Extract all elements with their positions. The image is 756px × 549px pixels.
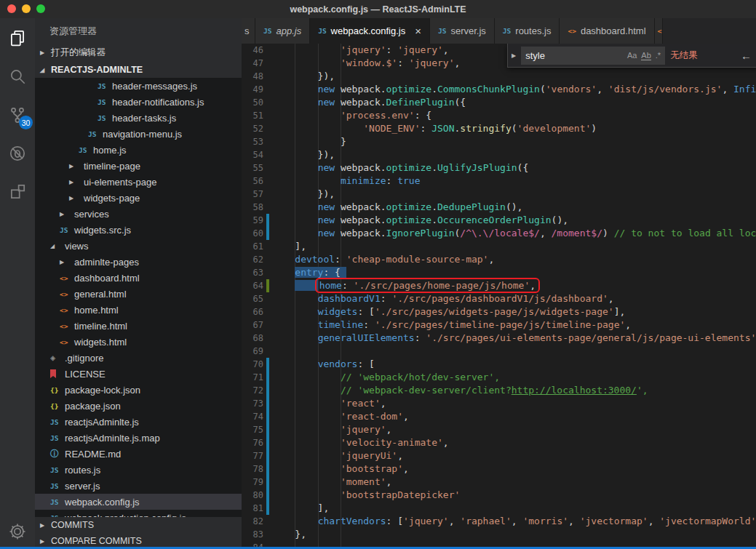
tree-item-package-lock.json[interactable]: {}package-lock.json <box>35 382 242 398</box>
code-line-58[interactable]: 58 new webpack.optimize.DedupePlugin(), <box>242 201 756 214</box>
match-case-icon[interactable]: Aa <box>627 51 637 60</box>
tab-webpack.config.js[interactable]: JSwebpack.config.js× <box>310 18 430 44</box>
tab-dashboard.html[interactable]: <>dashboard.html <box>560 18 654 44</box>
tree-item-views[interactable]: ◢views <box>35 238 242 254</box>
open-editors-section[interactable]: ▶ 打开的编辑器 <box>35 44 242 62</box>
tree-item-widgets-page[interactable]: ▶widgets-page <box>35 190 242 206</box>
code-line-65[interactable]: 65 dashboardV1: './src/pages/dashboardV1… <box>242 292 756 305</box>
tree-item-ui-elements-page[interactable]: ▶ui-elements-page <box>35 174 242 190</box>
tab-s[interactable]: s <box>242 18 255 44</box>
find-expand-chevron-icon[interactable]: ▶ <box>512 52 516 59</box>
search-icon[interactable] <box>8 67 27 86</box>
tree-item-reactjsAdminlte.js.map[interactable]: JSreactjsAdminlte.js.map <box>35 430 242 446</box>
code-line-73[interactable]: 73 'react', <box>242 397 756 410</box>
tree-item-webpack.production.config.js[interactable]: JSwebpack.production.config.js <box>35 510 242 517</box>
code-line-49[interactable]: 49 new webpack.optimize.CommonsChunkPlug… <box>242 83 756 96</box>
minimize-window-button[interactable] <box>22 4 31 13</box>
previous-match-icon[interactable]: ← <box>741 49 752 62</box>
tree-item-general.html[interactable]: <>general.html <box>35 286 242 302</box>
source-control-icon[interactable]: 30 <box>8 105 27 124</box>
code-line-70[interactable]: 70 vendors: [ <box>242 358 756 371</box>
tree-item-navigation-menu.js[interactable]: JSnavigation-menu.js <box>35 126 242 142</box>
tree-item-server.js[interactable]: JSserver.js <box>35 478 242 494</box>
code-text: } <box>272 135 346 148</box>
settings-gear-icon[interactable] <box>0 523 35 540</box>
code-line-53[interactable]: 53 } <box>242 135 756 148</box>
close-window-button[interactable] <box>7 4 16 13</box>
find-input[interactable] <box>525 50 623 61</box>
code-line-74[interactable]: 74 'react-dom', <box>242 410 756 423</box>
code-line-55[interactable]: 55 new webpack.optimize.UglifyJsPlugin({ <box>242 161 756 175</box>
code-line-82[interactable]: 82 chartVendors: ['jquery', 'raphael', '… <box>242 515 756 528</box>
line-number: 56 <box>242 175 263 188</box>
code-line-76[interactable]: 76 'velocity-animate', <box>242 436 756 449</box>
code-line-54[interactable]: 54 }), <box>242 148 756 161</box>
tree-item-timeline.html[interactable]: <>timeline.html <box>35 318 242 334</box>
code-line-59[interactable]: 59 new webpack.optimize.OccurenceOrderPl… <box>242 214 756 227</box>
code-line-52[interactable]: 52 'NODE_ENV': JSON.stringify('developme… <box>242 122 756 135</box>
code-line-56[interactable]: 56 minimize: true <box>242 175 756 188</box>
code-area[interactable]: 46 'jquery': 'jquery',47 'window.$': 'jq… <box>242 44 756 549</box>
tree-item-header-tasks.js[interactable]: JSheader-tasks.js <box>35 110 242 126</box>
code-line-75[interactable]: 75 'jquery', <box>242 423 756 436</box>
code-line-66[interactable]: 66 widgets: ['./src/pages/widgets-page/j… <box>242 305 756 318</box>
tree-item-header-messages.js[interactable]: JSheader-messages.js <box>35 78 242 94</box>
debug-icon[interactable] <box>8 144 27 163</box>
close-tab-icon[interactable]: × <box>415 25 421 36</box>
tree-item-reactjsAdminlte.js[interactable]: JSreactjsAdminlte.js <box>35 414 242 430</box>
code-line-80[interactable]: 80 'bootstrapDatepicker' <box>242 489 756 502</box>
tree-item-.gitignore[interactable]: ◈.gitignore <box>35 350 242 366</box>
tab-server.js[interactable]: JSserver.js <box>430 18 495 44</box>
tree-item-services[interactable]: ▶services <box>35 206 242 222</box>
code-line-62[interactable]: 62 devtool: 'cheap-module-source-map', <box>242 253 756 266</box>
code-line-79[interactable]: 79 'moment', <box>242 476 756 489</box>
find-widget: ▶ Aa Ab .* 无结果 ← <box>507 44 756 68</box>
code-line-78[interactable]: 78 'bootstrap', <box>242 462 756 476</box>
tree-item-timeline-page[interactable]: ▶timeline-page <box>35 158 242 174</box>
whole-word-icon[interactable]: Ab <box>641 51 650 60</box>
code-line-64[interactable]: 64 home: './src/pages/home-page/js/home'… <box>242 279 756 292</box>
tab-partial[interactable]: <> <box>655 18 663 44</box>
tree-item-label: header-messages.js <box>112 81 197 92</box>
code-text: }), <box>272 148 335 161</box>
tree-item-package.json[interactable]: {}package.json <box>35 398 242 414</box>
gutter-marker-empty <box>266 345 269 358</box>
tree-item-adminlte-pages[interactable]: ▶adminlte-pages <box>35 254 242 270</box>
traffic-lights <box>7 4 45 13</box>
tree-item-webpack.config.js[interactable]: JSwebpack.config.js <box>35 494 242 510</box>
tree-item-routes.js[interactable]: JSroutes.js <box>35 462 242 478</box>
maximize-window-button[interactable] <box>36 4 45 13</box>
commits-section[interactable]: ▶ COMMITS <box>35 517 242 533</box>
code-line-48[interactable]: 48 }), <box>242 70 756 83</box>
tree-item-LICENSE[interactable]: LICENSE <box>35 366 242 382</box>
tree-item-home.html[interactable]: <>home.html <box>35 302 242 318</box>
info-file-icon: ⓘ <box>50 448 65 460</box>
tree-item-dashboard.html[interactable]: <>dashboard.html <box>35 270 242 286</box>
code-line-61[interactable]: 61 ], <box>242 240 756 253</box>
code-line-81[interactable]: 81 ], <box>242 502 756 515</box>
code-line-83[interactable]: 83 }, <box>242 528 756 541</box>
code-line-68[interactable]: 68 generalUIElements: './src/pages/ui-el… <box>242 332 756 345</box>
regex-icon[interactable]: .* <box>656 51 661 60</box>
tree-item-label: timeline-page <box>84 161 140 172</box>
code-line-77[interactable]: 77 'jqueryUi', <box>242 449 756 462</box>
tree-item-widgets.html[interactable]: <>widgets.html <box>35 334 242 350</box>
tab-app.js[interactable]: JSapp.js <box>255 18 310 44</box>
code-line-57[interactable]: 57 }), <box>242 188 756 201</box>
code-line-72[interactable]: 72 // 'webpack-dev-server/client?http://… <box>242 384 756 397</box>
tree-item-header-notifications.js[interactable]: JSheader-notifications.js <box>35 94 242 110</box>
code-line-71[interactable]: 71 // 'webpack/hot/dev-server', <box>242 371 756 384</box>
code-line-60[interactable]: 60 new webpack.IgnorePlugin(/^\.\/locale… <box>242 227 756 240</box>
tree-item-home.js[interactable]: JShome.js <box>35 142 242 158</box>
project-section-header[interactable]: ◢ REACTJS-ADMINLTE <box>35 62 242 78</box>
code-line-69[interactable]: 69 <box>242 345 756 358</box>
code-line-67[interactable]: 67 timeline: './src/pages/timeline-page/… <box>242 318 756 332</box>
extensions-icon[interactable] <box>8 183 27 201</box>
explorer-icon[interactable] <box>8 28 27 47</box>
tab-routes.js[interactable]: JSroutes.js <box>495 18 560 44</box>
code-line-50[interactable]: 50 new webpack.DefinePlugin({ <box>242 96 756 109</box>
line-number: 49 <box>242 83 263 96</box>
tree-item-README.md[interactable]: ⓘREADME.md <box>35 446 242 462</box>
code-line-51[interactable]: 51 'process.env': { <box>242 109 756 122</box>
tree-item-widgets.src.js[interactable]: JSwidgets.src.js <box>35 222 242 238</box>
